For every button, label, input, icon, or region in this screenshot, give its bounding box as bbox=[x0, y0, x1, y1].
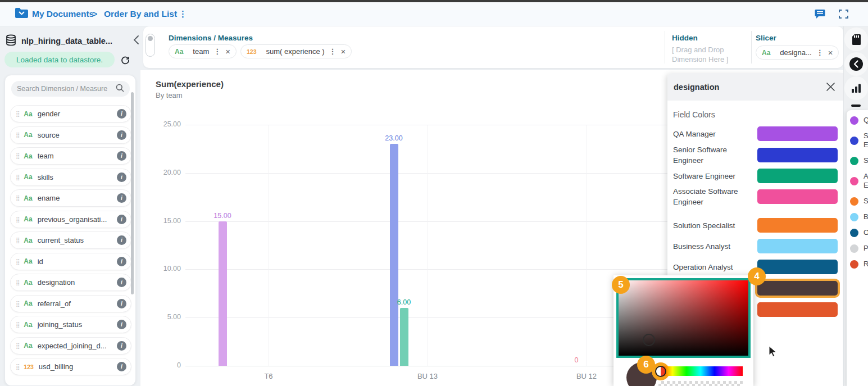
color-swatch[interactable] bbox=[757, 239, 838, 253]
fullscreen-icon[interactable] bbox=[839, 10, 848, 21]
legend-item[interactable]: S bbox=[847, 153, 868, 169]
drag-handle-icon[interactable]: ⣿ bbox=[16, 153, 20, 159]
info-icon[interactable]: i bbox=[117, 109, 126, 119]
bar[interactable] bbox=[400, 308, 408, 366]
info-icon[interactable]: i bbox=[117, 215, 126, 224]
field-item-team[interactable]: ⣿Aateami bbox=[10, 147, 131, 165]
legend-dot bbox=[850, 157, 858, 165]
legend-label: S bbox=[864, 156, 868, 165]
field-item-skills[interactable]: ⣿Aaskillsi bbox=[10, 169, 131, 186]
info-icon[interactable]: i bbox=[117, 151, 126, 161]
comment-icon[interactable] bbox=[815, 9, 825, 21]
drag-handle-icon[interactable]: ⣿ bbox=[16, 258, 20, 265]
info-icon[interactable]: i bbox=[117, 299, 126, 308]
hue-slider[interactable] bbox=[658, 366, 743, 376]
info-icon[interactable]: i bbox=[117, 193, 126, 203]
info-icon[interactable]: i bbox=[117, 257, 126, 266]
drag-handle-icon[interactable]: ⣿ bbox=[16, 237, 20, 243]
slicer-title: Slicer bbox=[756, 34, 839, 42]
field-item-previous_organisati...[interactable]: ⣿Aaprevious_organisati...i bbox=[10, 211, 131, 228]
legend-item[interactable]: R bbox=[847, 256, 868, 272]
drag-handle-icon[interactable]: ⣿ bbox=[16, 174, 20, 180]
chip-menu-icon[interactable]: ⋮ bbox=[213, 47, 221, 56]
drag-handle-icon[interactable]: ⣿ bbox=[16, 111, 20, 117]
orientation-toggle[interactable] bbox=[146, 34, 155, 57]
legend-item[interactable]: S bbox=[847, 193, 868, 209]
folder-icon[interactable] bbox=[15, 7, 28, 20]
drag-handle-icon[interactable]: ⣿ bbox=[16, 132, 20, 138]
info-icon[interactable]: i bbox=[117, 278, 126, 287]
saturation-cursor[interactable] bbox=[643, 334, 655, 346]
drag-handle-icon[interactable]: ⣿ bbox=[16, 279, 20, 285]
info-icon[interactable]: i bbox=[117, 320, 126, 329]
info-icon[interactable]: i bbox=[117, 362, 126, 371]
search-input[interactable] bbox=[17, 85, 116, 93]
hue-slider-handle[interactable] bbox=[655, 366, 666, 377]
legend-item[interactable]: B bbox=[847, 209, 868, 225]
color-swatch[interactable] bbox=[757, 302, 838, 317]
drag-handle-icon[interactable]: ⣿ bbox=[16, 321, 20, 328]
saturation-square[interactable] bbox=[616, 278, 751, 358]
info-icon[interactable]: i bbox=[117, 341, 126, 351]
chip-designa-[interactable]: Aadesigna...⋮× bbox=[756, 46, 839, 60]
chip-remove-icon[interactable]: × bbox=[341, 47, 346, 56]
fields-scrollbar[interactable] bbox=[131, 92, 134, 294]
field-item-usd_billing[interactable]: ⣿123usd_billingi bbox=[10, 358, 131, 375]
dash-icon[interactable] bbox=[851, 105, 861, 107]
field-item-source[interactable]: ⣿Aasourcei bbox=[10, 126, 131, 144]
legend-item[interactable]: SE bbox=[847, 128, 868, 153]
color-swatch[interactable] bbox=[757, 189, 838, 204]
storage-icon[interactable] bbox=[844, 28, 868, 51]
info-icon[interactable]: i bbox=[117, 235, 126, 245]
legend-item[interactable]: AE bbox=[847, 169, 868, 193]
color-swatch[interactable] bbox=[757, 126, 838, 141]
info-icon[interactable]: i bbox=[117, 172, 126, 182]
field-item-referral_of[interactable]: ⣿Aareferral_ofi bbox=[10, 295, 131, 312]
y-tick-label: 15.00 bbox=[150, 217, 181, 225]
drag-handle-icon[interactable]: ⣿ bbox=[16, 195, 20, 201]
field-item-ename[interactable]: ⣿Aaenamei bbox=[10, 189, 131, 207]
color-swatch[interactable] bbox=[757, 148, 838, 162]
chip-team[interactable]: Aateam⋮× bbox=[169, 44, 237, 58]
refresh-icon[interactable] bbox=[118, 53, 133, 67]
breadcrumb-menu-icon[interactable]: ⋮ bbox=[179, 9, 187, 19]
legend-item[interactable]: P bbox=[847, 240, 868, 256]
bar[interactable] bbox=[219, 221, 227, 366]
close-icon[interactable] bbox=[826, 82, 835, 92]
drag-handle-icon[interactable]: ⣿ bbox=[16, 343, 20, 349]
breadcrumb-order-by-and-list[interactable]: Order By and List bbox=[104, 9, 177, 19]
field-item-expected_joining_d...[interactable]: ⣿Aaexpected_joining_d...i bbox=[10, 337, 131, 355]
color-swatch[interactable] bbox=[757, 260, 838, 274]
chip-menu-icon[interactable]: ⋮ bbox=[329, 47, 337, 56]
search-box[interactable] bbox=[11, 81, 130, 97]
field-item-gender[interactable]: ⣿Aagenderi bbox=[10, 105, 131, 122]
bar[interactable] bbox=[390, 144, 398, 366]
datasource-header: nlp_hiring_data_table... bbox=[6, 33, 139, 49]
color-swatch[interactable] bbox=[757, 169, 838, 183]
collapse-panel-icon[interactable] bbox=[133, 35, 139, 47]
legend-item[interactable]: O bbox=[847, 225, 868, 240]
color-swatch[interactable] bbox=[757, 218, 838, 233]
info-icon[interactable]: i bbox=[117, 130, 126, 140]
field-item-joining_status[interactable]: ⣿Aajoining_statusi bbox=[10, 316, 131, 333]
field-item-id[interactable]: ⣿Aaidi bbox=[10, 253, 131, 270]
search-icon[interactable] bbox=[116, 84, 124, 94]
legend-item[interactable]: Q bbox=[847, 112, 868, 128]
hidden-dropzone-hint[interactable]: [ Drag and Drop Dimension Here ] bbox=[672, 45, 748, 64]
field-color-label: Senior Software Engineer bbox=[673, 144, 757, 166]
chip-remove-icon[interactable]: × bbox=[828, 48, 833, 57]
drag-handle-icon[interactable]: ⣿ bbox=[16, 301, 20, 307]
chip-sum-experience-[interactable]: 123sum( experience )⋮× bbox=[240, 44, 352, 58]
drag-handle-icon[interactable]: ⣿ bbox=[16, 364, 20, 370]
chip-remove-icon[interactable]: × bbox=[225, 47, 230, 56]
field-item-current_status[interactable]: ⣿Aacurrent_statusi bbox=[10, 231, 131, 249]
back-icon[interactable] bbox=[844, 52, 868, 76]
color-swatch[interactable] bbox=[757, 281, 838, 296]
drag-handle-icon[interactable]: ⣿ bbox=[16, 216, 20, 222]
breadcrumb-my-documents[interactable]: My Documents bbox=[32, 9, 94, 19]
chip-menu-icon[interactable]: ⋮ bbox=[816, 48, 824, 57]
field-color-label: Associate Software Engineer bbox=[673, 186, 757, 207]
alpha-slider[interactable] bbox=[658, 381, 743, 386]
bar-chart-icon[interactable] bbox=[844, 76, 868, 100]
field-item-designation[interactable]: ⣿Aadesignationi bbox=[10, 274, 131, 291]
